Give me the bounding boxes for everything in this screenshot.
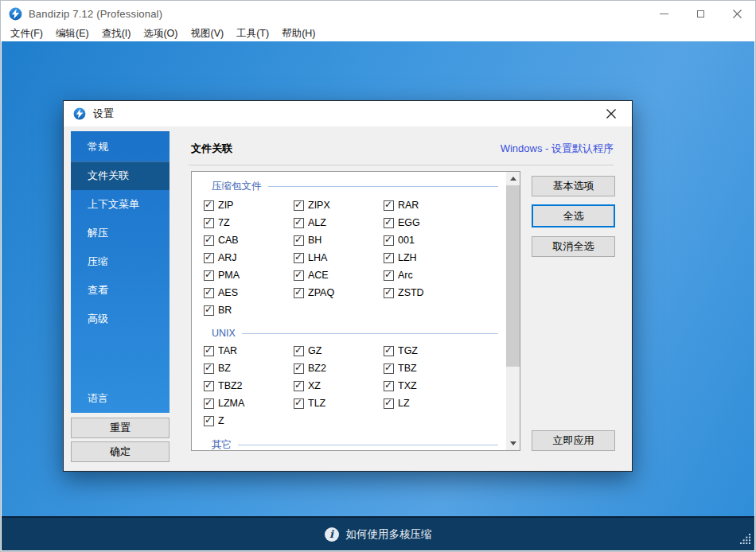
checkbox-icon bbox=[384, 288, 394, 298]
format-label: ZIP bbox=[218, 200, 233, 211]
checkbox-icon bbox=[204, 200, 214, 211]
ok-button[interactable]: 确定 bbox=[71, 441, 170, 462]
format-checkbox-tbz2[interactable]: TBZ2 bbox=[204, 379, 294, 393]
format-checkbox-pma[interactable]: PMA bbox=[204, 268, 294, 282]
scrollbar[interactable] bbox=[506, 172, 520, 450]
format-checkbox-zstd[interactable]: ZSTD bbox=[384, 286, 506, 300]
maximize-button[interactable] bbox=[682, 1, 719, 26]
format-checkbox-gz[interactable]: GZ bbox=[294, 344, 384, 358]
sidebar-item[interactable]: 查看 bbox=[71, 276, 170, 305]
format-checkbox-ace[interactable]: ACE bbox=[294, 268, 384, 282]
format-label: ZIPX bbox=[308, 200, 330, 211]
menu-item[interactable]: 选项(O) bbox=[137, 26, 184, 41]
checkbox-icon bbox=[204, 398, 214, 409]
section-title: UNIX bbox=[212, 328, 242, 339]
format-checkbox-lz[interactable]: LZ bbox=[384, 396, 506, 410]
windows-default-programs-link[interactable]: Windows - 设置默认程序 bbox=[501, 142, 614, 156]
sidebar-item[interactable]: 常规 bbox=[71, 133, 170, 161]
format-checkbox-001[interactable]: 001 bbox=[384, 233, 506, 247]
bandizip-logo-icon bbox=[73, 107, 86, 120]
menu-item[interactable]: 帮助(H) bbox=[275, 26, 321, 41]
format-checkbox-arc[interactable]: Arc bbox=[384, 268, 506, 282]
info-icon: i bbox=[325, 527, 339, 542]
format-checkbox-txz[interactable]: TXZ bbox=[384, 379, 506, 393]
format-label: Arc bbox=[398, 270, 413, 281]
format-checkbox-cab[interactable]: CAB bbox=[204, 233, 294, 247]
format-label: CAB bbox=[218, 235, 239, 246]
format-checkbox-aes[interactable]: AES bbox=[204, 286, 294, 300]
menu-item[interactable]: 文件(F) bbox=[4, 26, 49, 41]
format-label: ALZ bbox=[308, 217, 326, 228]
checkbox-icon bbox=[384, 253, 394, 263]
select-all-button[interactable]: 全选 bbox=[532, 204, 615, 227]
minimize-button[interactable] bbox=[645, 1, 682, 26]
format-checkbox-xz[interactable]: XZ bbox=[294, 379, 384, 393]
sidebar-item[interactable]: 高级 bbox=[71, 305, 170, 333]
apply-now-button[interactable]: 立即应用 bbox=[532, 430, 615, 451]
format-checkbox-rar[interactable]: RAR bbox=[384, 198, 506, 212]
checkbox-icon bbox=[384, 200, 394, 211]
sidebar-item[interactable]: 上下文菜单 bbox=[71, 190, 170, 219]
scroll-down-button[interactable] bbox=[506, 437, 520, 450]
checkbox-icon bbox=[294, 235, 304, 246]
basic-options-button[interactable]: 基本选项 bbox=[532, 176, 615, 196]
section-divider bbox=[242, 333, 498, 334]
deselect-all-button[interactable]: 取消全选 bbox=[532, 236, 615, 257]
dialog-close-button[interactable] bbox=[600, 103, 622, 125]
window-title: Bandizip 7.12 (Professional) bbox=[29, 8, 162, 20]
menu-item[interactable]: 工具(T) bbox=[230, 26, 275, 41]
format-checkbox-lzma[interactable]: LZMA bbox=[204, 396, 294, 410]
section-header: UNIX bbox=[212, 328, 498, 339]
checkbox-icon bbox=[294, 346, 304, 356]
sidebar-item[interactable]: 语言 bbox=[71, 384, 170, 413]
format-checkbox-tar[interactable]: TAR bbox=[204, 344, 294, 358]
scrollbar-thumb[interactable] bbox=[506, 185, 520, 367]
checkbox-icon bbox=[204, 270, 214, 281]
format-checkbox-lzh[interactable]: LZH bbox=[384, 251, 506, 265]
section-title: 压缩包文件 bbox=[212, 180, 268, 193]
close-button[interactable] bbox=[719, 1, 755, 26]
format-checkbox-bh[interactable]: BH bbox=[294, 233, 384, 247]
format-checkbox-tbz[interactable]: TBZ bbox=[384, 361, 506, 375]
format-checkbox-br[interactable]: BR bbox=[204, 303, 294, 317]
checkbox-icon bbox=[294, 381, 304, 391]
format-checkbox-egg[interactable]: EGG bbox=[384, 216, 506, 230]
sidebar-item[interactable]: 文件关联 bbox=[71, 161, 170, 190]
format-label: EGG bbox=[398, 217, 420, 228]
menu-item[interactable]: 编辑(E) bbox=[49, 26, 95, 41]
statusbar: i 如何使用多核压缩 bbox=[2, 516, 754, 550]
format-checkbox-zipx[interactable]: ZIPX bbox=[294, 198, 384, 212]
format-checkbox-tlz[interactable]: TLZ bbox=[294, 396, 384, 410]
sidebar-item[interactable]: 解压 bbox=[71, 219, 170, 247]
format-label: LHA bbox=[308, 252, 327, 263]
checkbox-icon bbox=[294, 270, 304, 281]
format-checkbox-zpaq[interactable]: ZPAQ bbox=[294, 286, 384, 300]
statusbar-link[interactable]: 如何使用多核压缩 bbox=[346, 527, 432, 542]
scroll-up-button[interactable] bbox=[506, 172, 520, 185]
reset-button[interactable]: 重置 bbox=[71, 418, 170, 438]
checkbox-icon bbox=[204, 305, 214, 316]
checkbox-icon bbox=[384, 381, 394, 391]
format-checkbox-lha[interactable]: LHA bbox=[294, 251, 384, 265]
sidebar-item[interactable]: 压缩 bbox=[71, 247, 170, 276]
format-checkbox-z[interactable]: Z bbox=[204, 414, 294, 428]
format-checkbox-tgz[interactable]: TGZ bbox=[384, 344, 506, 358]
checkbox-icon bbox=[384, 346, 394, 356]
dialog-titlebar: 设置 bbox=[64, 101, 632, 126]
resize-grip-icon[interactable] bbox=[740, 534, 750, 546]
format-label: XZ bbox=[308, 380, 321, 391]
format-checkbox-bz[interactable]: BZ bbox=[204, 361, 294, 375]
format-checkbox-bz2[interactable]: BZ2 bbox=[294, 361, 384, 375]
titlebar: Bandizip 7.12 (Professional) bbox=[1, 1, 755, 26]
format-label: PMA bbox=[218, 270, 240, 281]
format-checkbox-arj[interactable]: ARJ bbox=[204, 251, 294, 265]
checkbox-icon bbox=[384, 363, 394, 374]
format-checkbox-zip[interactable]: ZIP bbox=[204, 198, 294, 212]
menu-item[interactable]: 视图(V) bbox=[185, 26, 231, 41]
format-checkbox-alz[interactable]: ALZ bbox=[294, 216, 384, 230]
checkbox-icon bbox=[204, 363, 214, 374]
format-checkbox-7z[interactable]: 7Z bbox=[204, 216, 294, 230]
menu-item[interactable]: 查找(I) bbox=[95, 26, 138, 41]
format-label: GZ bbox=[308, 345, 321, 356]
format-section: 压缩包文件ZIPZIPXRAR7ZALZEGGCABBH001ARJLHALZH… bbox=[192, 180, 506, 317]
